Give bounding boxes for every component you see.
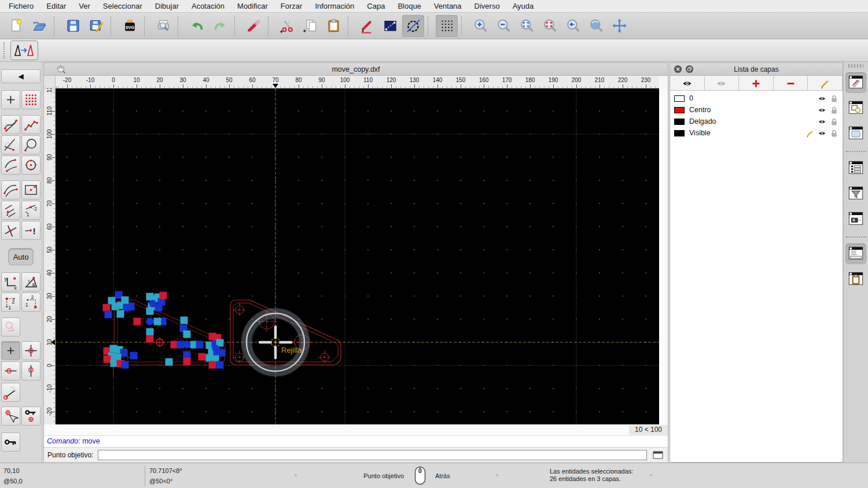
circle-center-tool-button[interactable] xyxy=(21,156,41,175)
layer-lock-icon[interactable] xyxy=(829,94,839,103)
zoom-previous-button[interactable] xyxy=(562,15,584,37)
snap-crosshair-tool-button[interactable] xyxy=(21,341,41,360)
command-window-dock-button[interactable] xyxy=(845,243,866,264)
restrict-vertical-tool-button[interactable] xyxy=(21,361,41,380)
layers-panel-titlebar[interactable]: Lista de capas xyxy=(670,63,843,76)
ellipse-slash-button[interactable] xyxy=(402,15,424,37)
command-window-toggle-button[interactable] xyxy=(652,450,664,460)
select-target-tool-button[interactable] xyxy=(1,406,20,426)
menu-item-3[interactable]: Seleccionar xyxy=(97,0,149,13)
layer-lock-icon[interactable] xyxy=(829,117,839,126)
layer-row-Visible[interactable]: Visible xyxy=(670,127,843,139)
zoom-in-button[interactable] xyxy=(469,15,491,37)
layer-visibility-icon[interactable] xyxy=(817,94,827,103)
entity-list-dock-button[interactable] xyxy=(845,158,866,179)
menu-item-9[interactable]: Capa xyxy=(361,0,391,13)
plotter-dock-button[interactable] xyxy=(845,209,866,230)
coord-polar-tool-button[interactable]: ra xyxy=(21,272,41,291)
block-list-dock-button[interactable] xyxy=(845,98,866,119)
restrict-horizontal-tool-button[interactable] xyxy=(1,361,20,380)
layer-list-dock-button[interactable] xyxy=(845,72,866,93)
snap-plus-tool-button[interactable] xyxy=(1,341,20,360)
drawing-canvas[interactable]: Rejilla xyxy=(56,88,659,424)
layer-visibility-icon[interactable] xyxy=(817,106,827,114)
circle-tool-button[interactable] xyxy=(21,135,41,154)
paste-button[interactable] xyxy=(322,15,344,37)
show-all-layers-button[interactable] xyxy=(670,76,705,91)
save-button[interactable] xyxy=(62,15,84,37)
zoom-window-button[interactable] xyxy=(585,15,607,37)
menu-item-10[interactable]: Bloque xyxy=(391,0,427,13)
menu-item-2[interactable]: Ver xyxy=(72,0,97,13)
menu-item-0[interactable]: Fichero xyxy=(2,0,40,13)
grid-toggle-button[interactable] xyxy=(436,15,458,37)
menu-item-12[interactable]: Diverso xyxy=(468,0,506,13)
auto-button[interactable]: Auto xyxy=(8,248,34,265)
layer-visibility-icon[interactable] xyxy=(817,129,827,138)
dock-handle[interactable] xyxy=(848,64,863,68)
export-svg-button[interactable]: SVG xyxy=(119,15,141,37)
arc-tool-button[interactable] xyxy=(1,156,20,175)
polyline-tool-button[interactable] xyxy=(21,115,41,134)
save-as-button[interactable] xyxy=(85,15,107,37)
lock-tool-button[interactable] xyxy=(1,432,20,452)
add-layer-button[interactable] xyxy=(739,76,774,91)
library-browser-dock-button[interactable] xyxy=(845,123,866,144)
snap-intersection-tool-button[interactable] xyxy=(1,221,20,240)
menu-item-11[interactable]: Ventana xyxy=(428,0,468,13)
zoom-out-button[interactable] xyxy=(492,15,514,37)
new-file-button[interactable] xyxy=(5,15,27,37)
menu-item-7[interactable]: Forzar xyxy=(274,0,309,13)
arc-continue-tool-button[interactable] xyxy=(1,180,20,199)
snap-manual-tool-button[interactable]: ! xyxy=(21,221,41,240)
snap-distance-tool-button[interactable]: 12 xyxy=(21,201,41,220)
menu-item-1[interactable]: Editar xyxy=(40,0,72,13)
menu-item-4[interactable]: Dibujar xyxy=(149,0,185,13)
coord-cartesian-tool-button[interactable]: yx xyxy=(1,272,20,291)
undo-button[interactable] xyxy=(186,15,208,37)
filter-dock-button[interactable] xyxy=(845,183,866,204)
copy-button[interactable] xyxy=(299,15,321,37)
zoom-selected-button[interactable] xyxy=(539,15,561,37)
move-copy-button[interactable] xyxy=(10,40,38,60)
point-target-input[interactable] xyxy=(98,450,647,460)
layer-visibility-icon[interactable] xyxy=(817,117,827,126)
edit-layer-button[interactable] xyxy=(808,76,843,91)
eraser-button[interactable] xyxy=(242,15,264,37)
back-arrow-button[interactable]: ◀ xyxy=(1,69,41,83)
rect-snap-tool-button[interactable] xyxy=(21,180,41,199)
redo-button[interactable] xyxy=(209,15,231,37)
pencil-edit-button[interactable] xyxy=(356,15,378,37)
menu-item-8[interactable]: Información xyxy=(308,0,361,13)
tangent-tool-button[interactable] xyxy=(1,135,20,154)
zoom-pan-button[interactable] xyxy=(608,15,630,37)
layer-lock-icon[interactable] xyxy=(829,129,839,138)
points-grid-tool-button[interactable] xyxy=(21,90,41,109)
restrict-nothing-tool-button[interactable] xyxy=(1,317,20,337)
point-tool-button[interactable] xyxy=(1,90,20,109)
clipboard-dock-button[interactable] xyxy=(845,269,866,290)
menu-item-5[interactable]: Acotación xyxy=(185,0,231,13)
toolbar-handle[interactable] xyxy=(3,42,7,58)
layer-row-Delgado[interactable]: Delgado xyxy=(670,116,843,127)
ref-12-tool-button[interactable]: 21 xyxy=(1,293,20,312)
menu-item-6[interactable]: Modificar xyxy=(231,0,274,13)
document-titlebar[interactable]: move_copy.dxf xyxy=(44,63,668,76)
menu-item-13[interactable]: Ayuda xyxy=(506,0,540,13)
layer-row-0[interactable]: 0 xyxy=(670,93,843,104)
cut-button[interactable] xyxy=(276,15,298,37)
snap-endpoint-tool-button[interactable] xyxy=(1,201,20,220)
angle-tool-button[interactable] xyxy=(1,383,20,402)
ref-21-tool-button[interactable]: 21 xyxy=(21,293,41,312)
lock-target-tool-button[interactable] xyxy=(21,406,41,426)
remove-layer-button[interactable] xyxy=(774,76,808,91)
spline-tool-button[interactable] xyxy=(1,115,20,134)
zoom-auto-button[interactable] xyxy=(516,15,538,37)
explode-box-button[interactable] xyxy=(379,15,401,37)
canvas-drawing[interactable]: Rejilla xyxy=(56,88,659,424)
open-file-button[interactable] xyxy=(28,15,50,37)
print-preview-button[interactable] xyxy=(152,15,174,37)
layer-row-Centro[interactable]: Centro xyxy=(670,104,843,116)
layer-lock-icon[interactable] xyxy=(829,106,839,114)
hide-all-layers-button[interactable] xyxy=(705,76,740,91)
